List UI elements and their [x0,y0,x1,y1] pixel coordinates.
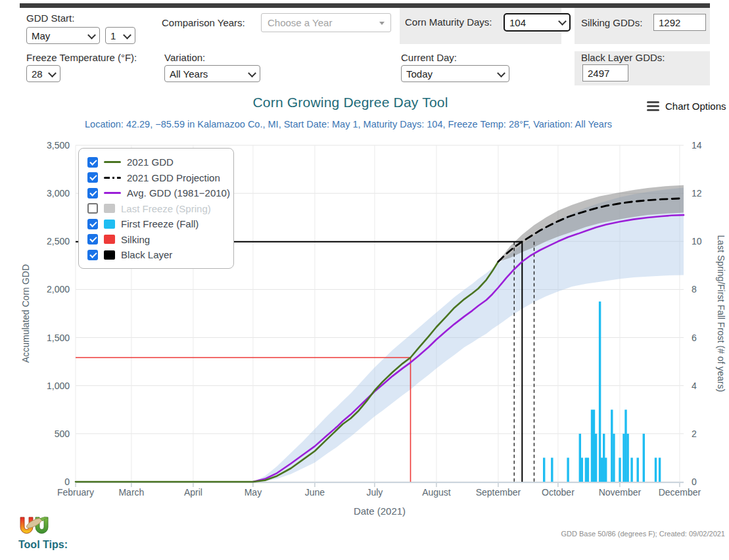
chart-legend: 2021 GDD2021 GDD ProjectionAvg. GDD (198… [78,148,234,269]
silking-gdds-input[interactable] [653,14,706,31]
current-day-label: Current Day: [401,52,457,63]
y-left-tick-label: 3,000 [47,188,70,198]
legend-marker-line [104,192,121,194]
page-title: Corn Growing Degree Day Tool [0,95,701,110]
y-left-tick-label: 2,000 [47,284,70,294]
chart-subtitle: Location: 42.29, −85.59 in Kalamazoo Co.… [0,119,697,129]
first-freeze-bar [595,434,597,482]
freeze-temperature-select[interactable]: 28 [26,65,60,82]
legend-item[interactable]: First Freeze (Fall) [87,216,225,232]
y-right-tick-label: 10 [692,236,702,246]
x-tick-label: July [366,487,383,498]
legend-item[interactable]: 2021 GDD [87,154,225,170]
first-freeze-bar [637,457,639,482]
legend-checkbox[interactable] [87,188,98,198]
corn-maturity-days-select[interactable]: 104 [504,13,571,32]
gdd-start-day-select[interactable]: 1 [105,27,135,44]
first-freeze-bar [543,457,545,482]
x-tick-label: December [659,487,701,498]
legend-item[interactable]: Silking [87,232,225,248]
chart-options-button[interactable]: Chart Options [647,101,726,112]
y-right-axis-title: Last Spring/First Fall Frost (# of years… [716,235,726,392]
top-divider-bar [20,3,710,8]
legend-checkbox[interactable] [87,234,98,245]
comparison-years-select[interactable]: Choose a Year [261,13,391,32]
legend-marker-swatch [104,250,115,260]
legend-checkbox[interactable] [87,172,98,183]
legend-label[interactable]: Silking [121,234,150,245]
legend-checkbox[interactable] [87,250,98,260]
x-tick-label: May [245,487,262,498]
first-freeze-bar [611,409,613,482]
variation-select[interactable]: All Years [164,65,260,82]
legend-marker-swatch [104,220,115,229]
legend-item[interactable]: Avg. GDD (1981−2010) [87,185,225,201]
legend-marker-line [104,161,121,163]
first-freeze-bar [603,434,605,482]
x-tick-label: October [542,487,575,498]
legend-marker-swatch [104,235,115,244]
first-freeze-bar [619,457,621,482]
legend-label[interactable]: Black Layer [121,249,172,260]
y-right-tick-label: 0 [692,477,697,487]
first-freeze-bar [613,434,615,482]
corn-maturity-days-label: Corn Maturity Days: [405,16,492,28]
first-freeze-bar [630,457,632,482]
gdd-start-label: GDD Start: [26,12,74,24]
legend-label[interactable]: Last Freeze (Spring) [121,203,211,214]
legend-label[interactable]: First Freeze (Fall) [121,218,199,229]
legend-checkbox[interactable] [87,157,98,168]
legend-label[interactable]: Avg. GDD (1981−2010) [127,187,230,198]
legend-item[interactable]: Last Freeze (Spring) [87,201,225,217]
first-freeze-bar [655,457,657,482]
x-tick-label: June [305,487,325,498]
tool-tips-label: Tool Tips: [18,539,68,551]
u2u-logo [18,515,50,540]
y-right-tick-label: 6 [692,333,697,343]
legend-item[interactable]: Black Layer [87,247,225,263]
x-tick-label: March [118,487,144,498]
legend-label[interactable]: 2021 GDD Projection [127,172,220,183]
x-tick-label: February [57,487,94,498]
legend-item[interactable]: 2021 GDD Projection [87,170,225,186]
legend-checkbox[interactable] [87,219,98,229]
first-freeze-bar [593,409,595,482]
y-left-tick-label: 500 [55,429,70,439]
y-left-tick-label: 3,500 [47,140,70,151]
chart-options-label: Chart Options [665,101,726,112]
black-layer-gdds-label: Black Layer GDDs: [581,52,665,63]
legend-checkbox[interactable] [87,203,98,214]
silking-gdds-label: Silking GDDs: [581,17,642,28]
gdd-start-month-select[interactable]: May [26,27,100,44]
legend-label[interactable]: 2021 GDD [127,156,174,168]
first-freeze-bar [581,457,583,482]
first-freeze-bar [585,457,587,482]
first-freeze-bar [587,457,589,482]
avg-gdd-band [253,187,684,482]
y-left-axis-title: Accumulated Corn GDD [20,264,31,363]
y-right-tick-label: 12 [692,188,702,198]
legend-marker-swatch [104,204,115,213]
first-freeze-bar [599,302,601,482]
y-left-tick-label: 1,000 [47,381,70,391]
series-2021-gdd [76,262,498,482]
x-tick-label: September [476,487,521,498]
first-freeze-bar [605,457,607,482]
x-tick-label: November [599,487,642,498]
x-tick-label: August [422,487,451,498]
first-freeze-bar [659,457,661,482]
current-day-select[interactable]: Today [401,65,509,82]
y-left-tick-label: 0 [64,477,70,487]
first-freeze-bar [601,457,603,482]
y-right-tick-label: 14 [692,140,702,151]
y-right-tick-label: 4 [692,381,697,391]
comparison-years-label: Comparison Years: [162,17,245,28]
first-freeze-bar [623,434,624,482]
first-freeze-bar [551,457,553,482]
legend-marker-dash [104,177,121,179]
black-layer-gdds-input[interactable] [582,64,628,82]
first-freeze-bar [626,434,628,482]
gdd-chart: 05001,0001,5002,0002,5003,0003,500024681… [0,135,729,529]
x-tick-label: April [184,487,202,498]
freeze-temperature-label: Freeze Temperature (°F): [26,52,137,63]
